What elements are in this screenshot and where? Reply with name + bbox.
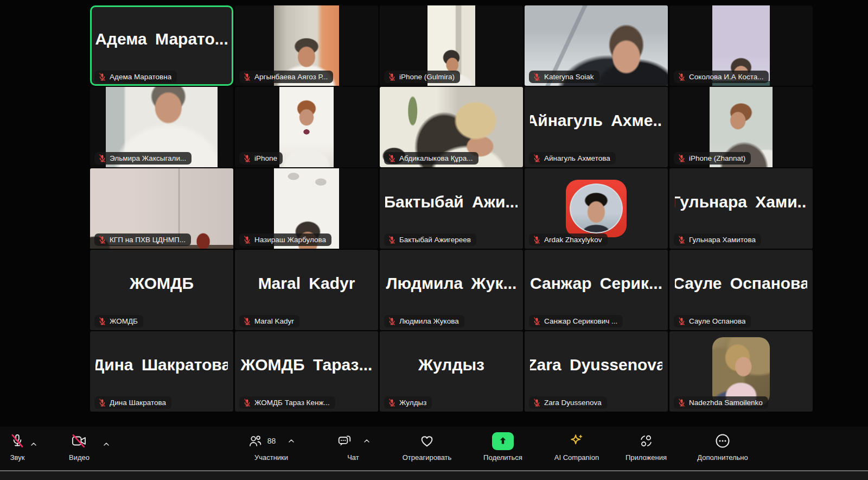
chat-button[interactable]: Чат	[329, 432, 378, 462]
participant-tile[interactable]: Гульнара Хами... Гульнара Хамитова	[669, 168, 813, 249]
participant-display-name	[240, 168, 373, 236]
chat-icon	[337, 433, 352, 449]
mic-muted-icon	[243, 154, 251, 162]
ai-companion-button[interactable]: AI Companion	[542, 432, 611, 462]
window-bottom-edge	[0, 470, 868, 480]
video-button[interactable]: Видео	[59, 432, 100, 462]
mic-muted-icon	[388, 154, 396, 162]
mic-muted-icon	[243, 317, 251, 325]
participant-name-text: Zara Dyussenova	[544, 399, 602, 407]
participant-name-label: ЖОМДБ	[94, 315, 143, 327]
participant-tile[interactable]: Kateryna Soiak	[525, 5, 668, 86]
mic-muted-icon	[678, 236, 686, 244]
mic-muted-icon	[388, 73, 396, 81]
react-button[interactable]: Отреагировать	[391, 432, 463, 462]
apps-button[interactable]: Приложения	[615, 432, 677, 462]
mic-muted-icon	[678, 399, 686, 407]
participants-menu-chevron[interactable]	[288, 439, 295, 443]
participant-grid: Адема Марато... Адема Маратовна Аргын	[90, 5, 813, 412]
participant-name-text: Айнагуль Ахметова	[544, 154, 610, 162]
participant-display-name	[385, 5, 518, 73]
mic-muted-icon	[98, 154, 106, 162]
participant-name-label: Абдикалыкова Құра...	[384, 152, 478, 165]
mic-muted-icon	[533, 236, 541, 244]
participant-tile[interactable]: ЖОМДБ ЖОМДБ	[90, 250, 233, 330]
participant-name-text: Maral Kadyr	[254, 317, 294, 325]
participant-tile[interactable]: Nadezhda Samoilenko	[669, 331, 813, 412]
participant-name-label: Назираш Жарбулова	[239, 233, 331, 246]
participant-display-name	[530, 168, 662, 236]
chat-menu-chevron[interactable]	[363, 439, 370, 443]
participant-display-name: Людмила Жук...	[385, 250, 518, 317]
participant-display-name	[675, 5, 807, 73]
participant-tile[interactable]: Назираш Жарбулова	[235, 168, 378, 249]
participant-name-text: ЖОМДБ	[110, 317, 138, 325]
participant-name-label: ЖОМДБ Тараз Кенж...	[239, 396, 335, 409]
mic-muted-icon	[243, 73, 251, 81]
participant-tile[interactable]: Санжар Серик... Санжар Серикович ...	[525, 250, 668, 330]
participant-name-text: Назираш Жарбулова	[254, 236, 326, 244]
participant-name-label: iPhone (Zhannat)	[674, 152, 751, 165]
participants-button[interactable]: 88 Участники	[239, 432, 304, 462]
mic-muted-icon	[388, 317, 396, 325]
participant-display-name	[675, 87, 807, 154]
participant-tile[interactable]: Бактыбай Ажи... Бактыбай Ажигереев	[380, 168, 523, 249]
meeting-toolbar: Звук Видео 88	[0, 427, 868, 470]
apps-icon	[639, 433, 654, 449]
participant-name-label: Maral Kadyr	[239, 315, 299, 327]
mic-muted-icon	[388, 236, 396, 244]
participant-tile[interactable]: Zara Dyussenova Zara Dyussenova	[525, 331, 668, 412]
participant-name-text: Бактыбай Ажигереев	[399, 236, 471, 244]
participant-tile[interactable]: Абдикалыкова Құра...	[380, 87, 523, 167]
participant-tile[interactable]: Адема Марато... Адема Маратовна	[90, 5, 233, 86]
video-button-label: Видео	[69, 453, 90, 462]
participant-tile[interactable]: Соколова И.А Коста...	[669, 5, 813, 86]
participant-name-label: iPhone	[239, 152, 283, 165]
participant-tile[interactable]: Людмила Жук... Людмила Жукова	[380, 250, 523, 330]
participant-display-name: Санжар Серик...	[530, 250, 662, 317]
share-button-label: Поделиться	[483, 453, 522, 462]
mic-muted-icon	[98, 236, 106, 244]
participant-display-name	[95, 87, 228, 154]
participant-tile[interactable]: ЖОМДБ Тараз... ЖОМДБ Тараз Кенж...	[235, 331, 378, 412]
participant-tile[interactable]: Эльмира Жаксыгали...	[90, 87, 233, 167]
participant-display-name	[95, 168, 228, 236]
participant-tile[interactable]: Аргынбаева Аягоз Р...	[235, 5, 378, 86]
chevron-up-icon	[30, 442, 37, 446]
video-off-icon	[71, 434, 87, 448]
zoom-meeting-window: { "participants": [ {"label":"Адема Мара…	[0, 0, 868, 480]
participant-tile[interactable]: КГП на ПХВ ЦДНМП...	[90, 168, 233, 249]
participant-tile[interactable]: iPhone (Zhannat)	[669, 87, 813, 167]
participant-name-text: Жулдыз	[399, 399, 426, 407]
participant-tile[interactable]: Maral Kadyr Maral Kadyr	[235, 250, 378, 330]
mute-button[interactable]: Звук	[0, 432, 38, 462]
more-button[interactable]: Дополнительно	[685, 432, 761, 462]
participant-name-text: iPhone	[254, 154, 277, 162]
participant-display-name: ЖОМДБ Тараз...	[240, 331, 373, 399]
participant-tile[interactable]: iPhone	[235, 87, 378, 167]
ai-sparkle-icon	[569, 433, 585, 449]
participant-display-name: ЖОМДБ	[95, 250, 228, 317]
audio-menu-chevron[interactable]	[30, 439, 37, 443]
participant-display-name: Жулдыз	[385, 331, 518, 399]
participant-tile[interactable]: Ardak Zhaxylykov	[525, 168, 668, 249]
participants-icon	[248, 434, 263, 449]
participant-name-label: Санжар Серикович ...	[529, 315, 623, 327]
participant-name-label: Гульнара Хамитова	[674, 233, 761, 246]
participant-tile[interactable]: Дина Шакратова Дина Шакратова	[90, 331, 233, 412]
participant-display-name	[530, 5, 662, 73]
participant-tile[interactable]: Айнагуль Ахме... Айнагуль Ахметова	[525, 87, 668, 167]
participant-name-text: Ardak Zhaxylykov	[544, 236, 602, 244]
mic-muted-icon	[243, 236, 251, 244]
share-screen-button[interactable]: Поделиться	[471, 432, 535, 462]
mic-muted-icon	[678, 73, 686, 81]
video-menu-chevron[interactable]	[103, 439, 110, 443]
participant-display-name: Zara Dyussenova	[530, 331, 662, 399]
participant-tile[interactable]: Жулдыз Жулдыз	[380, 331, 523, 412]
participant-name-label: Kateryna Soiak	[529, 71, 599, 83]
participant-tile[interactable]: Сауле Оспанова Сауле Оспанова	[669, 250, 813, 330]
participant-tile[interactable]: iPhone (Gulmira)	[380, 5, 523, 86]
heart-icon	[419, 433, 435, 449]
apps-button-label: Приложения	[626, 453, 667, 462]
mic-muted-icon	[98, 399, 106, 407]
